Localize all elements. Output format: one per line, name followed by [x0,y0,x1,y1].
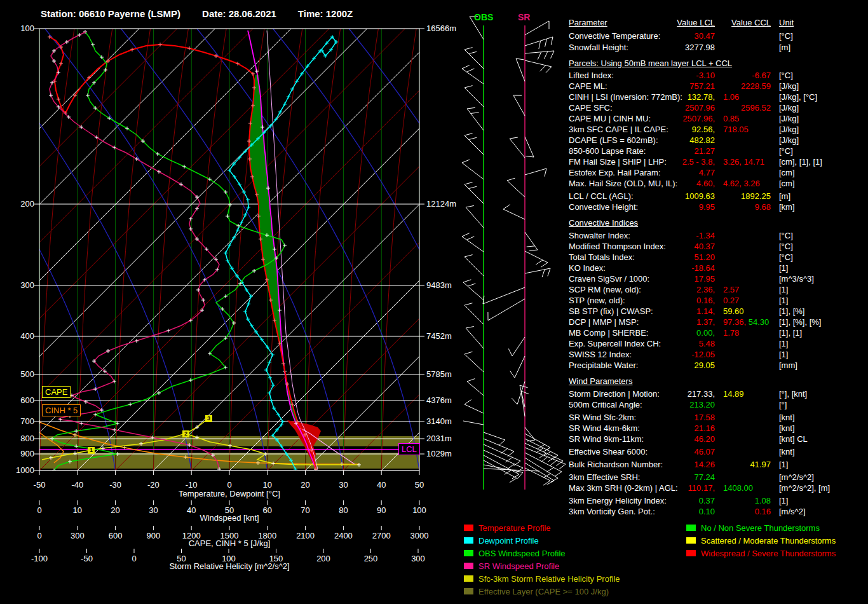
unit-label: [1], [%], [%] [779,317,821,327]
value-lcl: 14.26 [694,460,715,470]
value-lcl: 46.20 [694,434,715,444]
unit-label: [J/kg] [779,135,799,146]
pressure-tick-label: 800 [8,434,34,443]
value-ccl: -6.67 [752,71,771,81]
value-lcl: 0.37 [699,496,715,506]
legend-swatch [686,550,696,556]
parameter-row: MB Comp | SHERBE:0.00,1.78[1], [1] [569,328,868,338]
value-extra: 2.57 [723,285,739,295]
temperature-tick-label: -40 [58,480,97,490]
parameter-label: SCP RM (new, old): [569,285,641,295]
legend-label: Effective Layer (CAPE >= 100 J/kg) [478,587,609,596]
unit-label: [°C] [779,252,793,263]
parameter-label: STP (new, old): [569,296,625,306]
legend-swatch [686,537,696,544]
height-tick-label: 9483m [426,280,452,290]
parameter-row: SR Wind 4km-6km:21.16[knt] [569,423,868,434]
parameter-row: 3km Energy Helicity Index:0.371.08[1] [569,496,868,506]
obs-column-label: OBS [474,12,493,22]
unit-label: [m/s^2] [779,507,806,517]
temperature-tick-label: 0 [210,480,248,490]
value-extra: 1408.00 [723,483,753,493]
pressure-tick-label: 700 [8,416,34,426]
value-ccl: 9.68 [755,202,771,212]
table-header-value-ccl: Value CCL [731,18,771,28]
value-ccl: 2596.52 [741,103,771,113]
unit-label: [J/kg] [779,81,799,92]
parameter-label: 3km SFC CAPE | IL CAPE: [569,125,668,135]
parameter-row: CAPE SFC:2507.962596.52[J/kg] [569,103,868,113]
legend-label: Widespread / Severe Thunderstorms [701,549,836,558]
value-lcl: 0.16, [696,296,715,306]
value-lcl: 9.95 [699,202,715,212]
unit-label: [°C] [779,31,793,41]
legend-swatch [464,550,473,556]
legend-label: SR Windspeed Profile [478,561,559,571]
parameter-label: CINH | LSI (Inversion: 772mB): [569,92,682,102]
parameter-row: SR Wind Sfc-2km:17.58[knt] [569,413,868,423]
parameter-label: Effective Shear 6000: [569,447,648,457]
temperature-tick-label: 10 [248,480,287,490]
unit-label: [1] [779,296,788,306]
unit-label: [°], [knt] [779,389,807,399]
parameter-label: Max 3km SRH (0-2km) | AGL: [569,483,678,493]
value-extra: 14.89 [723,389,744,399]
unit-label: [J/kg] [779,103,799,113]
parameter-row: Craven SigSvr / 1000:17.95[m^3/s^3] [569,274,868,284]
parameter-label: DCAPE (LFS = 602mB): [569,135,658,146]
temperature-tick-label: -10 [172,480,210,490]
unit-label: [mm] [779,360,797,371]
unit-label: [J/kg] [779,114,799,124]
value-lcl: 5.48 [699,339,715,349]
sounding-app-window: Station: 06610 Payerne (LSMP)Date: 28.06… [0,0,868,604]
temperature-tick-label: -20 [134,480,172,490]
chart-title: Station: 06610 Payerne (LSMP)Date: 28.06… [41,8,374,19]
legend-swatch [464,525,473,531]
parameter-row: Convective Temperature:30.47[°C] [569,31,868,41]
parameter-label: Snowfall Height: [569,43,628,53]
pressure-tick-label: 400 [8,331,34,341]
parameter-label: 3km Energy Helicity Index: [569,496,667,506]
legend-item: Scattered / Moderate Thunderstorms [686,537,836,547]
legend-swatch [464,537,473,544]
unit-label: [cm], [1], [1] [779,157,822,167]
unit-label: [°C] [779,71,793,81]
height-tick-label: 5785m [426,369,452,379]
value-lcl: 21.16 [694,423,715,434]
legend-label: Temperature Profile [478,523,550,533]
parameter-label: 3km Vorticity Gen. Pot.: [569,507,655,517]
legend-item: Widespread / Severe Thunderstorms [686,549,836,559]
cape-axis-title: CAPE, CINH * 5 [J/kg] [39,539,419,548]
unit-label: [m] [779,43,790,53]
pressure-tick-label: 1000 [8,465,34,475]
value-lcl: 2.36, [696,285,715,295]
value-lcl: 217.33, [688,389,715,399]
value-lcl: 17.58 [694,413,715,423]
value-extra: 97.36, 54.30 [723,317,769,327]
value-lcl: -18.64 [691,263,715,273]
value-lcl: 92.56, [692,125,715,135]
parameter-row: SWISS 12 Index:-12.05[1] [569,350,868,360]
value-extra: 3.26, 14.71 [723,157,764,167]
parameter-label: DCP | MMP | MSP: [569,317,639,327]
km-marker-1: 1 [88,447,95,454]
legend-item: Effective Layer (CAPE >= 100 J/kg) [464,587,609,598]
value-ccl: 0.16 [755,507,771,517]
unit-label: [m^2/s^2], [m] [779,483,830,493]
parameter-row: Modified Thompson Index:40.37[°C] [569,242,868,252]
time-label: Time: 1200Z [298,8,353,19]
parameter-row: Convective Height:9.959.68[km] [569,202,868,212]
legend-label: No / Non Severe Thunderstorms [701,523,820,533]
value-lcl: -12.05 [691,350,715,360]
temperature-tick-label: 50 [400,480,438,490]
legend-swatch [464,563,473,569]
value-lcl: 46.07 [694,447,715,457]
parameter-row: 500m Critical Angle:213.20[°] [569,400,868,410]
value-lcl: 0.00, [696,328,715,338]
parameter-label: SR Wind 9km-11km: [569,434,644,444]
value-lcl: 482.82 [689,135,715,146]
parameter-row: Max 3km SRH (0-2km) | AGL:110.17,1408.00… [569,483,868,493]
legend-item: Sfc-3km Storm Relative Helicity Profile [464,575,620,585]
parameter-label: SR Wind Sfc-2km: [569,413,636,423]
unit-label: [m^2/s^2] [779,472,814,483]
